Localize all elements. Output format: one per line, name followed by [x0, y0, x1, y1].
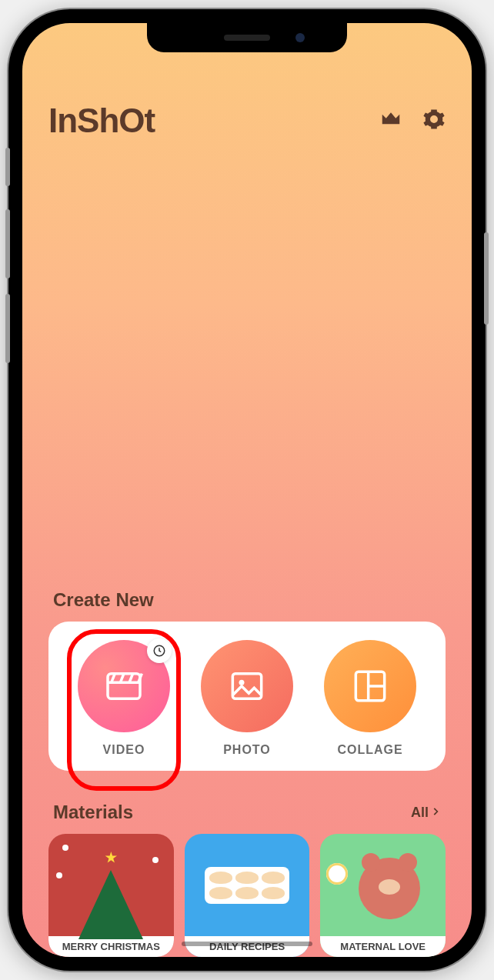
create-photo-button[interactable]: PHOTO	[201, 640, 293, 757]
volume-button	[5, 294, 10, 363]
material-art	[320, 834, 446, 936]
collage-icon	[324, 640, 416, 732]
clock-icon	[147, 638, 172, 663]
notch	[147, 23, 347, 52]
materials-header: Materials All	[48, 802, 446, 823]
materials-row: MERRY CHRISTMAS DAILY RECIPES	[48, 834, 446, 957]
power-button	[484, 232, 489, 325]
front-camera	[295, 33, 305, 42]
svg-rect-2	[232, 674, 261, 699]
gear-icon[interactable]	[422, 108, 446, 134]
create-video-button[interactable]: VIDEO	[78, 640, 170, 757]
material-recipes[interactable]: DAILY RECIPES	[185, 834, 310, 957]
create-new-title: Create New	[53, 589, 446, 611]
material-art	[185, 834, 310, 936]
materials-title: Materials	[53, 802, 133, 823]
create-item-label: PHOTO	[223, 743, 271, 757]
all-label: All	[411, 805, 429, 821]
home-indicator[interactable]	[182, 942, 312, 946]
material-art	[48, 834, 174, 936]
material-label: DAILY RECIPES	[185, 936, 310, 957]
create-item-label: COLLAGE	[337, 743, 402, 757]
crown-icon[interactable]	[379, 108, 402, 134]
app-home: InShOt Create New	[22, 23, 472, 957]
phone-frame: InShOt Create New	[8, 9, 486, 971]
app-logo: InShOt	[48, 102, 155, 140]
speaker	[224, 35, 270, 41]
screen: InShOt Create New	[22, 23, 472, 957]
header: InShOt	[48, 102, 446, 140]
materials-all-link[interactable]: All	[411, 805, 441, 821]
material-christmas[interactable]: MERRY CHRISTMAS	[48, 834, 174, 957]
volume-button	[5, 148, 10, 186]
material-maternal[interactable]: MATERNAL LOVE	[320, 834, 446, 957]
chevron-right-icon	[430, 805, 441, 821]
video-icon	[78, 640, 170, 732]
volume-button	[5, 209, 10, 278]
photo-icon	[201, 640, 293, 732]
material-label: MERRY CHRISTMAS	[48, 936, 174, 957]
material-label: MATERNAL LOVE	[320, 936, 446, 957]
create-item-label: VIDEO	[103, 743, 145, 757]
create-new-card: VIDEO PHOTO	[48, 622, 446, 771]
create-collage-button[interactable]: COLLAGE	[324, 640, 416, 757]
